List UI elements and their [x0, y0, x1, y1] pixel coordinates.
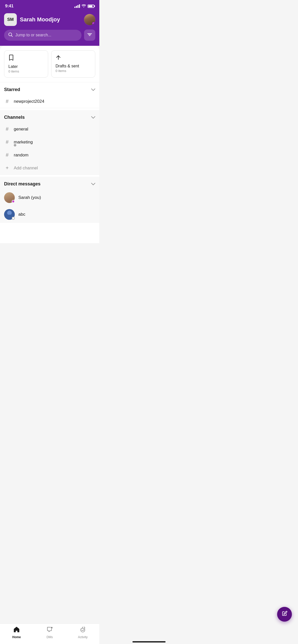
hash-icon: #: [4, 126, 10, 132]
later-card[interactable]: Later 0 items: [4, 50, 48, 78]
sarah-online-dot: [12, 200, 15, 203]
later-icon: [8, 55, 44, 62]
svg-line-1: [11, 35, 13, 37]
channel-name-marketing: marketing: [14, 140, 33, 145]
dm-item-abc[interactable]: abc: [0, 206, 99, 223]
wifi-icon: [82, 4, 86, 8]
abc-avatar: [4, 209, 15, 220]
header: SM Sarah Moodjoy Jump to or search...: [0, 11, 99, 46]
header-left: SM Sarah Moodjoy: [4, 13, 60, 26]
main-content: Later 0 items Drafts & sent 0 items Star…: [0, 46, 99, 243]
starred-item-name: newproject2024: [14, 99, 44, 104]
starred-chevron-icon: [91, 87, 95, 92]
abc-offline-dot: [12, 217, 15, 220]
user-name: Sarah Moodjoy: [20, 16, 60, 23]
add-channel-item[interactable]: + Add channel: [0, 162, 99, 174]
divider-2: [0, 108, 99, 108]
unread-dot: [14, 144, 16, 147]
search-placeholder: Jump to or search...: [15, 33, 51, 37]
sarah-avatar: [4, 192, 15, 203]
later-title: Later: [8, 64, 44, 69]
dm-item-sarah[interactable]: Sarah (you): [0, 189, 99, 206]
add-channel-label: Add channel: [14, 166, 38, 171]
battery-icon: [88, 5, 94, 8]
abc-dm-name: abc: [18, 212, 25, 217]
hash-icon: #: [4, 139, 10, 145]
sarah-dm-name: Sarah (you): [18, 195, 41, 200]
user-avatar-photo[interactable]: [84, 14, 95, 25]
starred-item-newproject2024[interactable]: # newproject2024: [0, 95, 99, 108]
quick-access-section: Later 0 items Drafts & sent 0 items: [0, 46, 99, 82]
drafts-card[interactable]: Drafts & sent 0 items: [51, 50, 95, 78]
dm-header[interactable]: Direct messages: [0, 177, 99, 189]
channels-title: Channels: [4, 115, 25, 120]
user-initials-avatar: SM: [4, 13, 17, 26]
divider-3: [0, 174, 99, 175]
status-time: 9:41: [5, 4, 13, 9]
starred-title: Starred: [4, 87, 20, 92]
starred-header[interactable]: Starred: [0, 82, 99, 95]
search-row: Jump to or search...: [4, 30, 95, 41]
search-bar[interactable]: Jump to or search...: [4, 30, 82, 41]
status-bar: 9:41: [0, 0, 99, 11]
channel-name-general: general: [14, 127, 28, 132]
channel-item-marketing[interactable]: # marketing: [0, 136, 99, 149]
later-count: 0 items: [8, 69, 44, 73]
drafts-title: Drafts & sent: [56, 64, 91, 68]
filter-button[interactable]: [84, 30, 95, 41]
online-indicator: [92, 22, 95, 25]
hash-icon: #: [4, 98, 10, 104]
channel-name-random: random: [14, 153, 29, 158]
direct-messages-section: Direct messages Sarah (you): [0, 177, 99, 223]
drafts-icon: [56, 55, 91, 62]
channel-item-general[interactable]: # general: [0, 123, 99, 136]
dm-title: Direct messages: [4, 181, 40, 187]
filter-icon: [87, 33, 92, 38]
channel-item-random[interactable]: # random: [0, 149, 99, 162]
channels-header[interactable]: Channels: [0, 110, 99, 123]
signal-bars-icon: [74, 4, 80, 8]
dm-chevron-icon: [91, 182, 95, 186]
header-top: SM Sarah Moodjoy: [4, 13, 95, 26]
drafts-count: 0 items: [56, 69, 91, 73]
hash-icon: #: [4, 152, 10, 158]
plus-icon: +: [4, 165, 10, 171]
channels-chevron-icon: [91, 115, 95, 120]
starred-section: Starred # newproject2024: [0, 82, 99, 108]
search-icon: [8, 32, 13, 38]
status-icons: [74, 4, 94, 8]
channels-section: Channels # general # marketing # random …: [0, 110, 99, 174]
